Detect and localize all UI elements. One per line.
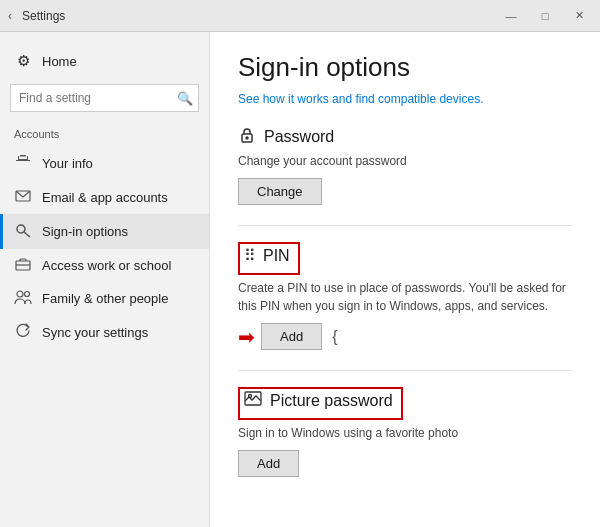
change-password-button[interactable]: Change (238, 178, 322, 205)
sidebar-item-label-family: Family & other people (42, 291, 168, 306)
see-how-link[interactable]: See how it works and find compatible dev… (238, 92, 483, 106)
image-icon (244, 391, 262, 410)
svg-point-6 (17, 291, 23, 297)
sidebar-item-sync[interactable]: Sync your settings (0, 315, 209, 350)
pin-cursor: { (332, 328, 337, 346)
pin-desc: Create a PIN to use in place of password… (238, 279, 572, 315)
lock-icon (238, 126, 256, 148)
pin-section: ⠿ PIN Create a PIN to use in place of pa… (238, 242, 572, 350)
sidebar-item-your-info[interactable]: Your info (0, 146, 209, 181)
password-header: Password (238, 126, 572, 148)
divider-1 (238, 225, 572, 226)
sidebar-item-family[interactable]: Family & other people (0, 282, 209, 315)
picture-password-desc: Sign in to Windows using a favorite phot… (238, 424, 572, 442)
main-layout: ⚙ Home 🔍 Accounts Your info (0, 32, 600, 527)
window-title: Settings (22, 9, 498, 23)
sidebar-item-label-access-work: Access work or school (42, 258, 171, 273)
back-button[interactable]: ‹ (8, 9, 12, 23)
search-input[interactable] (10, 84, 199, 112)
pin-header: ⠿ PIN (244, 246, 290, 265)
add-pin-button[interactable]: Add (261, 323, 322, 350)
password-desc: Change your account password (238, 152, 572, 170)
sidebar-section-label: Accounts (0, 124, 209, 146)
add-picture-password-button[interactable]: Add (238, 450, 299, 477)
sidebar-item-email-accounts[interactable]: Email & app accounts (0, 181, 209, 214)
pin-add-row: ➡ Add { (238, 323, 572, 350)
pin-title: PIN (263, 247, 290, 265)
password-title: Password (264, 128, 334, 146)
sidebar-item-label-sign-in: Sign-in options (42, 224, 128, 239)
svg-point-7 (25, 292, 30, 297)
minimize-button[interactable]: — (498, 6, 524, 26)
titlebar: ‹ Settings — □ ✕ (0, 0, 600, 32)
email-icon (14, 189, 32, 206)
password-section: Password Change your account password Ch… (238, 126, 572, 205)
picture-password-title: Picture password (270, 392, 393, 410)
sidebar-home-label: Home (42, 54, 77, 69)
svg-point-2 (17, 225, 25, 233)
close-button[interactable]: ✕ (566, 6, 592, 26)
divider-2 (238, 370, 572, 371)
maximize-button[interactable]: □ (532, 6, 558, 26)
window-controls: — □ ✕ (498, 6, 592, 26)
key-icon (14, 222, 32, 241)
pin-grid-icon: ⠿ (244, 246, 255, 265)
sidebar-item-label-email-accounts: Email & app accounts (42, 190, 168, 205)
person-icon (14, 154, 32, 173)
sidebar-item-sign-in-options[interactable]: Sign-in options (0, 214, 209, 249)
sidebar-search-container: 🔍 (10, 84, 199, 112)
sidebar-item-access-work[interactable]: Access work or school (0, 249, 209, 282)
sidebar-item-label-your-info: Your info (42, 156, 93, 171)
sidebar-item-label-sync: Sync your settings (42, 325, 148, 340)
people-icon (14, 290, 32, 307)
picture-password-box: Picture password (238, 387, 403, 420)
briefcase-icon (14, 257, 32, 274)
sidebar: ⚙ Home 🔍 Accounts Your info (0, 32, 210, 527)
svg-point-9 (246, 137, 248, 139)
pin-box: ⠿ PIN (238, 242, 300, 275)
sync-icon (14, 323, 32, 342)
gear-icon: ⚙ (14, 52, 32, 70)
picture-password-section: Picture password Sign in to Windows usin… (238, 387, 572, 477)
search-icon: 🔍 (177, 91, 193, 106)
sidebar-item-home[interactable]: ⚙ Home (0, 44, 209, 78)
content-area: Sign-in options See how it works and fin… (210, 32, 600, 527)
arrow-icon: ➡ (238, 325, 255, 349)
picture-password-header: Picture password (244, 391, 393, 410)
svg-line-3 (24, 232, 30, 237)
page-title: Sign-in options (238, 52, 572, 83)
svg-rect-0 (20, 155, 26, 157)
